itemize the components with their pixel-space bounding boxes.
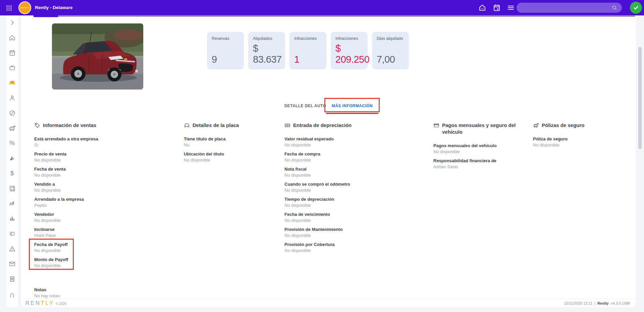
sidebar: % $ xyxy=(6,15,18,308)
vehicle-photo: GDA 5501 xyxy=(52,23,143,89)
field-label: Arrendado a la empresa xyxy=(34,196,168,202)
field-value: No disponible xyxy=(284,217,429,223)
field-value: No disponible xyxy=(284,248,429,253)
car-icon xyxy=(9,79,16,86)
sidebar-expand-button[interactable] xyxy=(7,19,17,26)
rently-logo-text: RENTLY xyxy=(20,7,29,9)
mail-icon xyxy=(9,260,16,267)
section-title-text: Entrada de depreciación xyxy=(293,122,352,129)
sidebar-item-blocked[interactable] xyxy=(7,109,17,117)
stat-value: 1 xyxy=(294,54,322,65)
briefcase-icon xyxy=(9,64,16,71)
field-label: Está arrendado a otra empresa xyxy=(34,136,168,142)
vehicle-detail-card: GDA 5501 Reservas 9 Alquilados $ 83.637 … xyxy=(21,15,636,308)
sidebar-item-sessions[interactable] xyxy=(7,230,17,237)
circles-icon xyxy=(9,230,16,237)
field-label: Fecha de vencimiento xyxy=(284,211,429,217)
field-value: No disponible xyxy=(284,172,429,178)
field-value: No disponible xyxy=(34,172,168,178)
field-label: Fecha de venta xyxy=(34,166,168,172)
field-label: Monto de Payoff xyxy=(34,257,168,262)
stat-label: Infracciones xyxy=(335,36,363,41)
field: Vendedor No disponible xyxy=(34,211,168,223)
field: Ubicación del título No disponible xyxy=(184,151,281,163)
field-label: Nota fiscal xyxy=(284,166,429,172)
sidebar-item-discounts[interactable]: % xyxy=(7,139,17,147)
field-value: No xyxy=(184,142,281,148)
field: Responsabilidad financiera de Adrian Sal… xyxy=(433,158,517,170)
section-pagos-mensuales: Pagos mensuales y seguro del vehículo Pa… xyxy=(433,122,517,173)
field: Vendido a No disponible xyxy=(34,181,168,193)
credit-card-icon xyxy=(433,122,439,128)
sidebar-item-business[interactable] xyxy=(7,64,17,71)
sidebar-item-reports[interactable] xyxy=(7,215,17,222)
field-value: No disponible xyxy=(433,149,517,154)
search-icon[interactable] xyxy=(611,4,618,11)
field: Fecha de venta No disponible xyxy=(34,166,168,178)
confirm-check-button[interactable] xyxy=(630,2,642,14)
sidebar-item-invoices[interactable] xyxy=(7,275,17,283)
stat-label: Infracciones xyxy=(294,36,322,41)
field-value: Pepito xyxy=(34,202,168,208)
tab-detalle-del-auto[interactable]: DETALLE DEL AUTO xyxy=(283,102,327,108)
stat-card-dias-alquilado: Dias alquilado 7,00 xyxy=(372,32,409,69)
search-input[interactable] xyxy=(517,5,611,10)
field-payoff-date: Fecha de Payoff No disponible xyxy=(34,242,168,253)
section-detalles-de-la-placa: Detalles de la placa Tiene título de pla… xyxy=(184,122,281,166)
field: Arrendado a la empresa Pepito xyxy=(34,196,168,208)
arch-icon xyxy=(9,291,16,298)
sidebar-item-reservations[interactable] xyxy=(7,49,17,56)
field-label: Precio de venta xyxy=(34,151,168,157)
calendar-icon xyxy=(9,49,16,56)
stat-value: 7,00 xyxy=(377,54,404,65)
field: Tiene título de placa No xyxy=(184,136,281,148)
receipt-icon xyxy=(9,275,16,283)
notes-field: Notas No hay notas xyxy=(34,287,168,299)
sidebar-item-customers[interactable] xyxy=(7,94,17,102)
section-title-text: Pólizas de seguro xyxy=(542,122,585,129)
tab-mas-informacion[interactable]: MÁS INFORMACIÓN xyxy=(326,102,378,114)
section-title: Entrada de depreciación xyxy=(284,122,429,129)
car-plate-icon xyxy=(184,122,190,128)
app-frame: RENTLY Rently - Delaware xyxy=(0,0,644,312)
field-value: No hay notas xyxy=(34,293,168,299)
sidebar-item-accounting[interactable] xyxy=(7,185,17,192)
sidebar-item-trends[interactable] xyxy=(7,200,17,207)
field-label: Inclinarse xyxy=(34,227,168,232)
home-icon[interactable] xyxy=(478,3,487,12)
field-value: No disponible xyxy=(34,187,168,193)
sidebar-item-fleet-active[interactable] xyxy=(7,79,17,86)
sidebar-item-messages[interactable] xyxy=(7,260,17,267)
section-title: Información de ventas xyxy=(34,122,168,129)
field: Pagos mensuales del vehículo No disponib… xyxy=(433,143,517,154)
field-label: Vendido a xyxy=(34,181,168,187)
calculator-icon xyxy=(9,185,16,192)
calendar-icon[interactable] xyxy=(492,3,501,12)
field-label: Pagos mensuales del vehículo xyxy=(433,143,517,148)
field: Está arrendado a otra empresa Sí xyxy=(34,136,168,148)
bar-chart-icon xyxy=(9,215,16,222)
sidebar-item-vehicle-alerts[interactable] xyxy=(7,124,17,132)
apps-grid-icon[interactable] xyxy=(4,3,14,13)
section-informacion-de-ventas: Información de ventas Está arrendado a o… xyxy=(34,122,168,302)
search-bar[interactable] xyxy=(517,3,622,13)
vertical-scrollbar[interactable] xyxy=(638,47,642,149)
section-title-text: Información de ventas xyxy=(43,122,96,129)
field-value: Hotel Pepe xyxy=(34,233,168,238)
sidebar-item-incidents[interactable] xyxy=(7,245,17,252)
sidebar-item-maintenance[interactable] xyxy=(7,154,17,162)
rently-logo[interactable]: RENTLY xyxy=(18,1,31,14)
field-value: No disponible xyxy=(284,142,429,148)
banknote-icon xyxy=(284,122,290,128)
trending-icon xyxy=(9,200,16,207)
sidebar-item-more[interactable] xyxy=(7,290,17,298)
field: Póliza de seguro No disponible xyxy=(533,136,634,148)
sidebar-item-home[interactable] xyxy=(7,34,17,41)
home-icon xyxy=(9,34,16,41)
footer-separator: | xyxy=(594,301,595,305)
menu-icon[interactable] xyxy=(506,3,515,12)
field-value: No disponible xyxy=(34,157,168,163)
footer-copyright: © 2025 xyxy=(56,302,66,306)
footer-version: v4.3.0.1588 xyxy=(611,301,630,305)
sidebar-item-payments[interactable]: $ xyxy=(7,170,17,177)
